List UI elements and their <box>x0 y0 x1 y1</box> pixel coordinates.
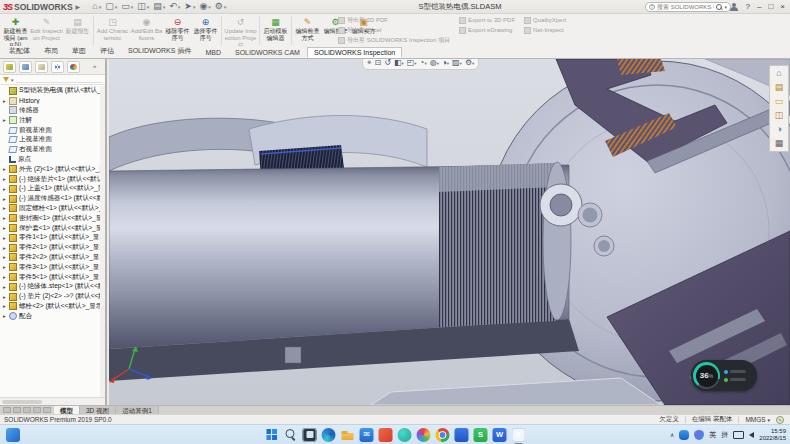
cast-screen-icon[interactable] <box>733 431 744 439</box>
featuremanager-tab[interactable] <box>3 61 16 73</box>
tree-item[interactable]: ▸ 零件1<1> (默认<<默认>_显示状态 <box>0 233 100 243</box>
tree-item[interactable]: 前视基准面 <box>0 125 100 135</box>
design-library-icon[interactable]: ▤ <box>775 82 784 93</box>
view-palette-icon[interactable]: ◫ <box>775 110 784 121</box>
tree-item[interactable]: ▸ 保护套<1> (默认<<默认>_显示状态 <box>0 223 100 233</box>
search-input[interactable]: ? 搜索 SOLIDWORKS 帮助 ▾ <box>645 2 731 12</box>
inspection-service-item[interactable]: Net-Inspect <box>524 26 566 34</box>
onedrive-icon[interactable] <box>679 430 689 440</box>
tab-scroll-next-icon[interactable] <box>23 407 31 413</box>
tree-item[interactable]: ▸ 密封圈<1> (默认<<默认>_显示状态 <box>0 213 100 223</box>
close-button[interactable]: × <box>780 0 785 14</box>
app-red-icon[interactable] <box>379 428 393 442</box>
tree-vertical-scrollbar[interactable] <box>100 86 105 397</box>
save-icon[interactable]: ◫▾ <box>137 0 149 13</box>
app-green-icon[interactable]: S <box>474 428 488 442</box>
tree-filter[interactable]: ▾ <box>0 75 105 85</box>
tree-item[interactable]: ▸ History <box>0 96 100 106</box>
section-view-icon[interactable]: ◧▾ <box>394 59 404 70</box>
tree-item[interactable]: S型铠装热电偶 (默认<默认_显示状态-1 <box>0 86 100 96</box>
custom-properties-icon[interactable]: ▦ <box>775 138 784 149</box>
new-inspection-project-button[interactable]: ✚新建检查项目 (amp;N) <box>2 15 29 46</box>
tree-item[interactable]: 传感器 <box>0 106 100 116</box>
select-balloons-button[interactable]: ⊕选择零件序号 <box>192 15 219 46</box>
solidworks-taskbar-icon[interactable]: S <box>512 428 526 442</box>
file-explorer-icon[interactable] <box>341 428 355 442</box>
options-icon[interactable]: ⚙▾ <box>215 0 227 13</box>
inspection-service-item[interactable]: QualityXpert <box>524 16 566 24</box>
ribbon-tab[interactable]: 评估 <box>93 44 121 58</box>
tree-item[interactable]: 上视基准面 <box>0 135 100 145</box>
new-report-button[interactable]: ▤新建报告 <box>64 15 91 46</box>
zoom-to-fit-icon[interactable]: ⌖ <box>367 59 372 70</box>
hide-show-items-icon[interactable]: ◍▾ <box>430 59 439 70</box>
units-selector[interactable]: MMGS ▾ <box>745 416 770 423</box>
undo-icon[interactable]: ↶▾ <box>169 0 180 13</box>
open-icon[interactable]: ▭▾ <box>121 0 133 13</box>
tree-item[interactable]: ▸ 配合 <box>0 311 100 321</box>
custom-properties-tag-icon[interactable]: ✎ <box>776 416 784 424</box>
apply-scene-icon[interactable]: ▨▾ <box>452 59 462 70</box>
update-inspection-project-button[interactable]: ↺Update Inspection Project <box>224 15 257 46</box>
ribbon-tab[interactable]: SOLIDWORKS Inspection <box>307 47 402 58</box>
tree-item[interactable]: ▸ 螺栓<2> (默认<<默认>_显示状态 <box>0 302 100 312</box>
tree-item[interactable]: ▸ 固定螺栓<1> (默认<<默认>_显示状 <box>0 204 100 214</box>
edit-inspection-project-button[interactable]: ✎Edit Inspection Project <box>30 15 63 46</box>
export-menu-item[interactable]: Export eDrawing <box>459 26 515 34</box>
graphics-area[interactable]: ⌖⊡↺◧▾◰▾◔▾◍▾◑▾▨▾⚙▾ ⌂▤▭◫◑▦ 36% <box>109 59 790 405</box>
tree-item[interactable]: ▸ (-) 温度传感器<1> (默认<<默认>_显 <box>0 194 100 204</box>
edit-appearance-icon[interactable]: ◑▾ <box>442 59 449 70</box>
previous-view-icon[interactable]: ↺ <box>384 59 391 70</box>
app-teal-icon[interactable] <box>398 428 412 442</box>
tree-item[interactable]: 原点 <box>0 155 100 165</box>
configurationmanager-tab[interactable] <box>35 61 48 73</box>
export-menu-item[interactable]: 导出至 2D PDF <box>338 16 450 24</box>
ime-language-indicator[interactable]: 英 <box>709 430 716 440</box>
minimize-button[interactable]: – <box>757 0 761 14</box>
tree-item[interactable]: ▸ 零件5<1> (默认<<默认>_显示状态 <box>0 272 100 282</box>
search-button[interactable] <box>284 428 298 442</box>
traffic-light-icon[interactable]: ◉▾ <box>199 0 210 13</box>
tab-menu-icon[interactable] <box>43 407 51 413</box>
app-blue-icon[interactable] <box>455 428 469 442</box>
select-cursor-icon[interactable]: ➤▾ <box>184 0 195 13</box>
add-characteristic-button[interactable]: ◳Add Characteristic <box>96 15 129 46</box>
ribbon-tab[interactable]: 布局 <box>37 44 65 58</box>
tree-item[interactable]: ▸ (-) 上盖<1> (默认<<默认>_显示状态 <box>0 184 100 194</box>
tree-item[interactable]: ▸ (-) 绝缘体.step<1> (默认<<默认>_ <box>0 282 100 292</box>
screen-assistant-widget[interactable]: 36% <box>691 360 757 391</box>
tab-scroll-first-icon[interactable] <box>3 407 11 413</box>
dimxpertmanager-tab[interactable] <box>51 61 64 73</box>
add-edit-balloons-button[interactable]: ◉Add/Edit Balloons <box>130 15 163 46</box>
clock[interactable]: 15:59 2022/8/15 <box>759 428 786 441</box>
tree-item[interactable]: ▸ (-) 绝缘垫片<1> (默认<<默认>_显示 <box>0 174 100 184</box>
filter-dropdown-icon[interactable]: ▾ <box>11 77 14 83</box>
speaker-icon[interactable] <box>749 432 754 438</box>
tree-item[interactable]: ▸ 注解 <box>0 115 100 125</box>
scrollbar-thumb[interactable] <box>2 400 42 404</box>
task-view-button[interactable] <box>303 428 317 442</box>
ribbon-tab[interactable]: SOLIDWORKS 插件 <box>121 44 198 58</box>
remove-balloons-button[interactable]: ⊖移除零件序号 <box>164 15 191 46</box>
search-dropdown-icon[interactable]: ▾ <box>724 4 727 10</box>
chrome-icon[interactable] <box>436 428 450 442</box>
sign-in-icon[interactable] <box>730 3 739 12</box>
tree-item[interactable]: ▸ 外壳 (2)<1> (默认<<默认>_显示状态 <box>0 164 100 174</box>
edit-inspection-methods-button[interactable]: ✎编辑检查方式 <box>294 15 321 46</box>
edge-icon[interactable] <box>322 428 336 442</box>
color-wheel-app-icon[interactable] <box>417 428 431 442</box>
panel-tabs-overflow-icon[interactable]: » <box>93 63 96 69</box>
security-shield-icon[interactable] <box>694 430 704 440</box>
menu-flyout-icon[interactable]: ▶ <box>76 3 81 10</box>
search-icon[interactable] <box>716 4 722 10</box>
tree-horizontal-scrollbar[interactable] <box>0 397 105 405</box>
zoom-to-area-icon[interactable]: ⊡ <box>375 59 382 70</box>
new-document-icon[interactable]: ▢▾ <box>105 0 117 13</box>
view-orientation-icon[interactable]: ◰▾ <box>407 59 417 70</box>
home-icon[interactable]: ⌂▾ <box>92 0 101 13</box>
widget-row-2[interactable] <box>724 378 746 382</box>
ime-mode-indicator[interactable]: 拼 <box>721 430 728 440</box>
filter-input[interactable] <box>16 77 102 83</box>
displaymanager-tab[interactable] <box>67 61 80 73</box>
tab-scroll-prev-icon[interactable] <box>13 407 21 413</box>
